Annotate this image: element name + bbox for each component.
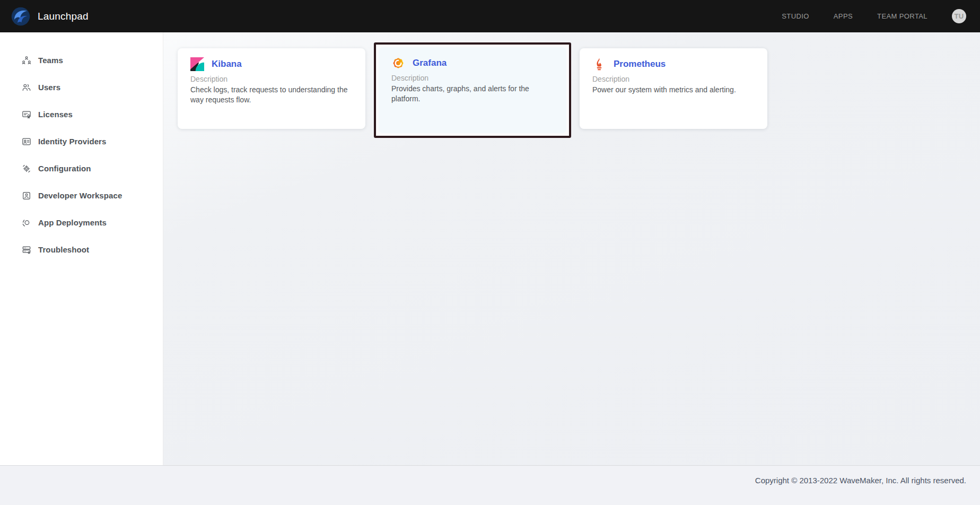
nav-studio[interactable]: STUDIO: [782, 12, 809, 20]
avatar[interactable]: TU: [952, 9, 966, 23]
topbar: Launchpad STUDIO APPS TEAM PORTAL TU: [0, 0, 980, 32]
app-card-title[interactable]: Kibana: [212, 59, 242, 69]
app-deployments-icon: [22, 218, 31, 228]
main-content: Kibana Description Check logs, track req…: [163, 32, 980, 465]
identity-providers-icon: [22, 137, 31, 146]
footer: Copyright © 2013-2022 WaveMaker, Inc. Al…: [0, 465, 980, 505]
prometheus-logo-icon: [592, 57, 606, 71]
app-description: Provides charts, graphs, and alerts for …: [391, 84, 556, 104]
sidebar-item-troubleshoot[interactable]: Troubleshoot: [0, 236, 163, 263]
page-body: Teams Users Licenses Identity Providers: [0, 32, 980, 465]
app-description: Check logs, track requests to understand…: [190, 85, 355, 105]
top-navigation: STUDIO APPS TEAM PORTAL TU: [782, 9, 966, 23]
users-icon: [22, 83, 31, 92]
brand[interactable]: Launchpad: [11, 7, 89, 26]
sidebar-item-users[interactable]: Users: [0, 74, 163, 101]
app-title: Launchpad: [38, 11, 89, 22]
nav-team-portal[interactable]: TEAM PORTAL: [877, 12, 928, 20]
wavemaker-logo-icon: [11, 7, 30, 26]
kibana-logo-icon: [190, 57, 204, 71]
app-cards-row: Kibana Description Check logs, track req…: [178, 48, 980, 138]
sidebar-label: Identity Providers: [38, 137, 107, 146]
troubleshoot-icon: [22, 245, 31, 255]
app-description: Power our system with metrics and alerti…: [592, 85, 757, 95]
app-card-prometheus[interactable]: Prometheus Description Power our system …: [580, 48, 767, 129]
sidebar-label: Users: [38, 83, 60, 92]
nav-apps[interactable]: APPS: [834, 12, 853, 20]
description-label: Description: [391, 74, 556, 82]
sidebar-item-configuration[interactable]: Configuration: [0, 155, 163, 182]
teams-icon: [22, 56, 31, 65]
selection-annotation-box: Grafana Description Provides charts, gra…: [374, 42, 571, 138]
sidebar-item-licenses[interactable]: Licenses: [0, 101, 163, 128]
description-label: Description: [592, 75, 757, 83]
configuration-icon: [22, 164, 31, 173]
sidebar-item-developer-workspace[interactable]: Developer Workspace: [0, 182, 163, 209]
sidebar-label: Troubleshoot: [38, 245, 89, 254]
app-card-kibana[interactable]: Kibana Description Check logs, track req…: [178, 48, 365, 129]
sidebar-label: App Deployments: [38, 218, 107, 227]
sidebar-item-teams[interactable]: Teams: [0, 47, 163, 74]
developer-workspace-icon: [22, 191, 31, 201]
app-card-title[interactable]: Grafana: [413, 58, 447, 68]
description-label: Description: [190, 75, 355, 83]
sidebar-item-app-deployments[interactable]: App Deployments: [0, 209, 163, 236]
copyright-text: Copyright © 2013-2022 WaveMaker, Inc. Al…: [755, 476, 966, 505]
app-card-title[interactable]: Prometheus: [614, 59, 666, 69]
app-card-grafana[interactable]: Grafana Description Provides charts, gra…: [379, 47, 566, 133]
sidebar-item-identity-providers[interactable]: Identity Providers: [0, 128, 163, 155]
sidebar-label: Teams: [38, 56, 63, 65]
grafana-logo-icon: [391, 56, 405, 70]
licenses-icon: [22, 110, 31, 119]
sidebar-label: Configuration: [38, 164, 91, 173]
sidebar-label: Developer Workspace: [38, 191, 122, 200]
sidebar-label: Licenses: [38, 110, 73, 119]
sidebar: Teams Users Licenses Identity Providers: [0, 32, 163, 465]
